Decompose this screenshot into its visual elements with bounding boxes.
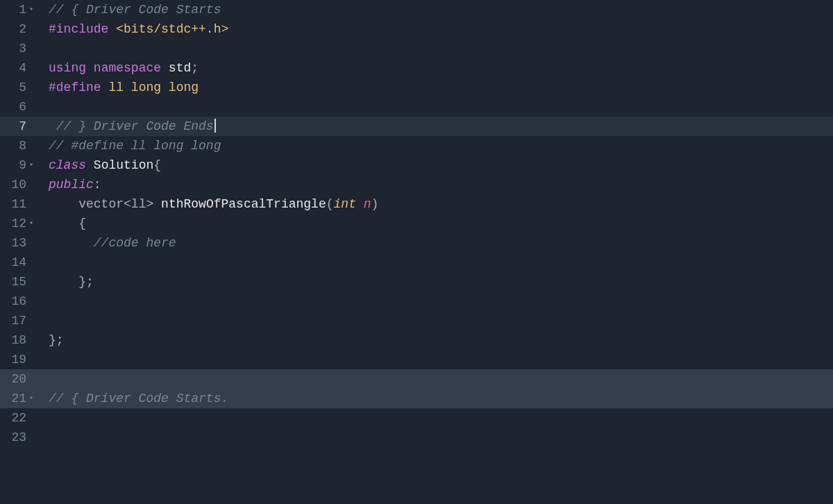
line-number: 21	[11, 389, 26, 408]
code-content[interactable]: class Solution{	[40, 156, 161, 175]
code-token: // { Driver Code Starts	[49, 3, 221, 17]
code-line[interactable]: 10public:	[0, 175, 833, 194]
code-content[interactable]: // { Driver Code Starts.	[40, 389, 228, 408]
line-number-gutter[interactable]: 23	[0, 428, 40, 447]
code-token: };	[78, 275, 94, 289]
code-line[interactable]: 12▾ {	[0, 214, 833, 233]
line-number-gutter[interactable]: 20	[0, 369, 40, 389]
line-number-gutter[interactable]: 3	[0, 39, 40, 58]
line-number: 18	[11, 330, 26, 350]
code-line[interactable]: 21▾// { Driver Code Starts.	[0, 389, 833, 408]
code-token: nthRowOfPascalTriangle	[161, 197, 326, 211]
code-token: ;	[191, 61, 199, 75]
code-content[interactable]: // { Driver Code Starts	[40, 0, 221, 19]
code-token: >	[146, 197, 153, 211]
line-number: 2	[19, 19, 26, 39]
code-token	[86, 158, 94, 172]
code-token	[86, 61, 94, 75]
fold-toggle-icon[interactable]: ▾	[28, 0, 33, 19]
code-content[interactable]: {	[40, 214, 86, 233]
code-token	[161, 61, 169, 75]
line-number: 12	[11, 214, 26, 233]
code-content[interactable]: #define ll long long	[40, 78, 199, 97]
code-content[interactable]: vector<ll> nthRowOfPascalTriangle(int n)	[40, 194, 378, 214]
code-content[interactable]: // } Driver Code Ends	[40, 117, 216, 136]
line-number-gutter[interactable]: 15	[0, 272, 40, 292]
line-number-gutter[interactable]: 4	[0, 58, 40, 78]
code-line[interactable]: 20	[0, 369, 833, 389]
code-content[interactable]: using namespace std;	[40, 58, 199, 78]
code-token: ll	[131, 197, 146, 211]
code-line[interactable]: 3	[0, 39, 833, 58]
code-line[interactable]: 16	[0, 292, 833, 311]
line-number-gutter[interactable]: 13	[0, 233, 40, 253]
line-number-gutter[interactable]: 18	[0, 330, 40, 350]
line-number: 1	[19, 0, 26, 19]
code-token: (	[326, 197, 334, 211]
line-number-gutter[interactable]: 21▾	[0, 389, 40, 408]
code-line[interactable]: 14	[0, 253, 833, 272]
fold-toggle-icon[interactable]: ▾	[28, 389, 33, 408]
code-token	[49, 275, 78, 289]
line-number-gutter[interactable]: 10	[0, 175, 40, 194]
code-line[interactable]: 13 //code here	[0, 233, 833, 253]
line-number: 11	[11, 194, 26, 214]
code-token: // #define ll long long	[49, 139, 221, 153]
code-token: <	[124, 197, 131, 211]
line-number: 13	[11, 233, 26, 253]
line-number-gutter[interactable]: 19	[0, 350, 40, 369]
line-number: 10	[11, 175, 26, 194]
code-token: n	[364, 197, 371, 211]
fold-toggle-icon[interactable]: ▾	[28, 156, 33, 175]
code-token	[356, 197, 364, 211]
code-content[interactable]: };	[40, 272, 94, 292]
code-line[interactable]: 23	[0, 428, 833, 447]
code-token: public	[49, 178, 94, 192]
line-number-gutter[interactable]: 2	[0, 19, 40, 39]
code-line[interactable]: 5#define ll long long	[0, 78, 833, 97]
code-line[interactable]: 11 vector<ll> nthRowOfPascalTriangle(int…	[0, 194, 833, 214]
code-content[interactable]: // #define ll long long	[40, 136, 221, 156]
line-number-gutter[interactable]: 17	[0, 311, 40, 330]
code-token	[153, 197, 161, 211]
line-number-gutter[interactable]: 22	[0, 408, 40, 428]
code-line[interactable]: 9▾class Solution{	[0, 156, 833, 175]
line-number: 17	[11, 311, 26, 330]
code-line[interactable]: 22	[0, 408, 833, 428]
code-token: )	[371, 197, 379, 211]
line-number-gutter[interactable]: 5	[0, 78, 40, 97]
line-number-gutter[interactable]: 11	[0, 194, 40, 214]
line-number-gutter[interactable]: 9▾	[0, 156, 40, 175]
line-number: 16	[11, 292, 26, 311]
code-token: //code here	[94, 236, 176, 250]
line-number: 3	[19, 39, 26, 58]
code-token	[108, 22, 116, 36]
line-number-gutter[interactable]: 14	[0, 253, 40, 272]
code-line[interactable]: 7 // } Driver Code Ends	[0, 117, 833, 136]
code-line[interactable]: 18};	[0, 330, 833, 350]
code-line[interactable]: 8// #define ll long long	[0, 136, 833, 156]
code-token: class	[49, 158, 86, 172]
code-line[interactable]: 1▾// { Driver Code Starts	[0, 0, 833, 19]
line-number: 4	[19, 58, 26, 78]
code-content[interactable]: //code here	[40, 233, 176, 253]
code-line[interactable]: 4using namespace std;	[0, 58, 833, 78]
code-token	[49, 197, 78, 211]
code-editor[interactable]: 1▾// { Driver Code Starts2#include <bits…	[0, 0, 833, 504]
code-token: <bits/stdc++.h>	[116, 22, 228, 36]
code-line[interactable]: 15 };	[0, 272, 833, 292]
line-number-gutter[interactable]: 8	[0, 136, 40, 156]
code-line[interactable]: 17	[0, 311, 833, 330]
code-content[interactable]: public:	[40, 175, 101, 194]
fold-toggle-icon[interactable]: ▾	[28, 214, 33, 233]
line-number-gutter[interactable]: 16	[0, 292, 40, 311]
line-number-gutter[interactable]: 1▾	[0, 0, 40, 19]
code-line[interactable]: 19	[0, 350, 833, 369]
line-number-gutter[interactable]: 6	[0, 97, 40, 117]
line-number-gutter[interactable]: 12▾	[0, 214, 40, 233]
line-number-gutter[interactable]: 7	[0, 117, 40, 136]
code-line[interactable]: 6	[0, 97, 833, 117]
code-content[interactable]: };	[40, 330, 64, 350]
code-line[interactable]: 2#include <bits/stdc++.h>	[0, 19, 833, 39]
code-content[interactable]: #include <bits/stdc++.h>	[40, 19, 228, 39]
